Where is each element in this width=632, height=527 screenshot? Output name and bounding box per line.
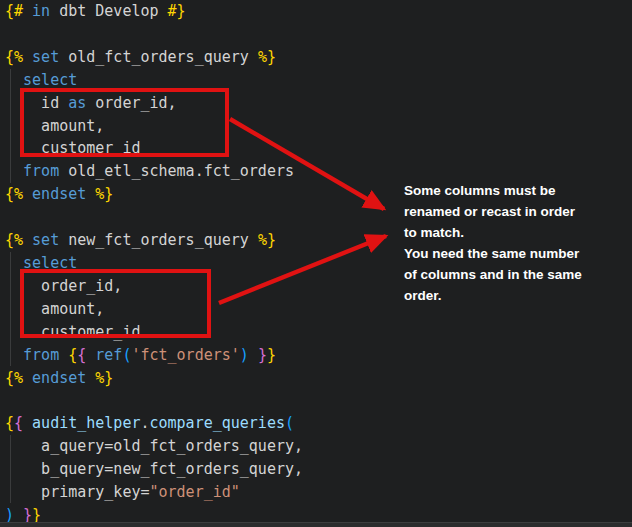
note-line: Some columns must be — [404, 180, 600, 201]
note-line: of columns and in the same — [404, 264, 600, 285]
note-line: renamed or recast in order — [404, 201, 600, 222]
code-line: a_query=old_fct_orders_query, — [0, 435, 632, 458]
editor-canvas: {# in dbt Develop #}{% set old_fct_order… — [0, 0, 632, 527]
code-line: {% set old_fct_orders_query %} — [0, 46, 632, 69]
annotation-box-new-columns — [20, 269, 211, 338]
code-line: {{ audit_helper.compare_queries( — [0, 412, 632, 435]
code-line: b_query=new_fct_orders_query, — [0, 458, 632, 481]
note-line: You need the same number — [404, 243, 600, 264]
code-line — [0, 23, 632, 46]
code-line: {% endset %} — [0, 367, 632, 390]
code-line: from {{ ref('fct_orders') }} — [0, 344, 632, 367]
annotation-note: Some columns must be renamed or recast i… — [404, 180, 600, 306]
bottom-panel-edge — [0, 522, 632, 527]
code-line: primary_key="order_id" — [0, 481, 632, 504]
code-line: {# in dbt Develop #} — [0, 0, 632, 23]
indent-guide — [10, 252, 11, 366]
note-line: to match. — [404, 222, 600, 243]
annotation-box-old-columns — [20, 88, 229, 157]
code-line — [0, 389, 632, 412]
indent-guide — [10, 69, 11, 183]
indent-guide — [10, 435, 11, 503]
note-line: order. — [404, 285, 600, 306]
